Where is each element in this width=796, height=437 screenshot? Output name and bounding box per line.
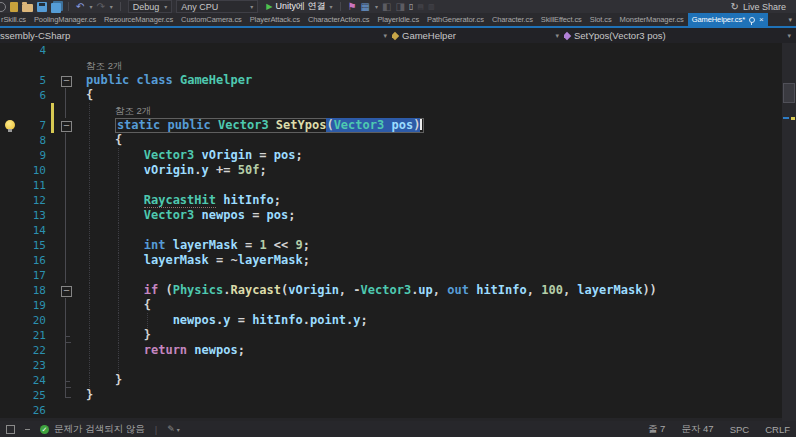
outlining-margin[interactable] bbox=[58, 58, 74, 73]
code-line[interactable]: 5–public class GameHelper bbox=[0, 73, 796, 88]
bookmark-icon[interactable]: ▯ bbox=[409, 1, 413, 12]
glyph-margin[interactable] bbox=[0, 208, 20, 223]
outlining-margin[interactable] bbox=[58, 148, 74, 163]
glyph-margin[interactable] bbox=[0, 223, 20, 238]
cursor-column-indicator[interactable]: 문자 47 bbox=[681, 423, 713, 436]
code-line[interactable]: 15int layerMask = 1 << 9; bbox=[0, 238, 796, 253]
undo-icon[interactable]: ↶ bbox=[76, 1, 84, 12]
code-text[interactable]: static public Vector3 SetYpos(Vector3 po… bbox=[74, 118, 796, 133]
grid-icon[interactable]: ▦ bbox=[361, 1, 370, 12]
code-line[interactable]: 12RaycastHit hitInfo; bbox=[0, 193, 796, 208]
tab-slot-cs[interactable]: Slot.cs bbox=[586, 13, 616, 26]
collapse-region-icon[interactable]: – bbox=[61, 286, 72, 297]
code-line[interactable]: 13Vector3 newpos = pos; bbox=[0, 208, 796, 223]
codelens-references[interactable]: 참조 2개 bbox=[115, 103, 151, 118]
code-line[interactable]: 24} bbox=[0, 373, 796, 388]
code-text[interactable]: layerMask = ~layerMask; bbox=[74, 253, 796, 268]
code-text[interactable]: Vector3 newpos = pos; bbox=[74, 208, 796, 223]
glyph-margin[interactable] bbox=[0, 88, 20, 103]
tab-customcamera-cs[interactable]: CustomCamera.cs bbox=[177, 13, 246, 26]
chevron-down-icon[interactable]: ▾ bbox=[375, 3, 378, 10]
outlining-margin[interactable] bbox=[58, 223, 74, 238]
code-text[interactable]: public class GameHelper bbox=[74, 73, 796, 88]
tab-monstermanager-cs[interactable]: MonsterManager.cs bbox=[616, 13, 688, 26]
glyph-margin[interactable] bbox=[0, 118, 20, 133]
tab-list-chevron-icon[interactable]: ▾ bbox=[784, 13, 796, 26]
code-line[interactable]: 25} bbox=[0, 388, 796, 403]
tab-gamehelper-cs-[interactable]: GameHelper.cs*× bbox=[688, 13, 768, 26]
code-text[interactable] bbox=[74, 43, 796, 58]
code-line[interactable]: 17 bbox=[0, 268, 796, 283]
solution-platform-dropdown[interactable]: Any CPU ▾ bbox=[176, 0, 258, 13]
outlining-margin[interactable] bbox=[58, 298, 74, 313]
code-text[interactable]: } bbox=[74, 328, 796, 343]
outlining-margin[interactable] bbox=[58, 403, 74, 418]
code-line[interactable]: 11 bbox=[0, 178, 796, 193]
outlining-margin[interactable] bbox=[58, 358, 74, 373]
code-text[interactable]: newpos.y = hitInfo.point.y; bbox=[74, 313, 796, 328]
code-line[interactable]: 7–static public Vector3 SetYpos(Vector3 … bbox=[0, 118, 796, 133]
code-line[interactable]: 16layerMask = ~layerMask; bbox=[0, 253, 796, 268]
glyph-margin[interactable] bbox=[0, 358, 20, 373]
tab-playerattack-cs[interactable]: PlayerAttack.cs bbox=[246, 13, 304, 26]
glyph-margin[interactable] bbox=[0, 73, 20, 88]
tab-poolingmanager-cs[interactable]: PoolingManager.cs bbox=[30, 13, 100, 26]
outlining-margin[interactable] bbox=[58, 268, 74, 283]
glyph-margin[interactable] bbox=[0, 193, 20, 208]
code-line[interactable]: 6{ bbox=[0, 88, 796, 103]
type-dropdown[interactable]: GameHelper ▾ bbox=[392, 28, 564, 43]
glyph-margin[interactable] bbox=[0, 313, 20, 328]
vertical-scrollbar[interactable] bbox=[782, 43, 796, 421]
outlining-margin[interactable] bbox=[58, 343, 74, 358]
code-text[interactable] bbox=[74, 178, 796, 193]
glyph-margin[interactable] bbox=[0, 163, 20, 178]
code-line[interactable]: 4 bbox=[0, 43, 796, 58]
glyph-margin[interactable] bbox=[0, 373, 20, 388]
code-line[interactable]: 10vOrigin.y += 50f; bbox=[0, 163, 796, 178]
glyph-margin[interactable] bbox=[0, 148, 20, 163]
code-text[interactable]: Vector3 vOrigin = pos; bbox=[74, 148, 796, 163]
save-icon[interactable] bbox=[37, 2, 47, 12]
tab-pathgenerator-cs[interactable]: PathGenerator.cs bbox=[423, 13, 488, 26]
outlining-margin[interactable] bbox=[58, 43, 74, 58]
code-line[interactable]: 9Vector3 vOrigin = pos; bbox=[0, 148, 796, 163]
glyph-margin[interactable] bbox=[0, 103, 20, 118]
redo-icon[interactable]: ↷ bbox=[96, 1, 104, 12]
glyph-margin[interactable] bbox=[0, 343, 20, 358]
glyph-margin[interactable] bbox=[0, 298, 20, 313]
glyph-margin[interactable] bbox=[0, 43, 20, 58]
attach-to-unity-button[interactable]: ▶ Unity에 연결 ▾ bbox=[266, 0, 332, 13]
glyph-margin[interactable] bbox=[0, 328, 20, 343]
outlining-margin[interactable] bbox=[58, 133, 74, 148]
flag-icon[interactable]: ⚑ bbox=[348, 1, 357, 12]
close-icon[interactable]: × bbox=[759, 16, 764, 24]
code-text[interactable]: int layerMask = 1 << 9; bbox=[74, 238, 796, 253]
outlining-margin[interactable] bbox=[58, 373, 74, 388]
cursor-line-indicator[interactable]: 줄 7 bbox=[648, 423, 665, 436]
debug-configuration-dropdown[interactable]: Debug ▾ bbox=[128, 0, 173, 13]
outlining-margin[interactable] bbox=[58, 208, 74, 223]
tab-playeridle-cs[interactable]: PlayerIdle.cs bbox=[373, 13, 423, 26]
tab-skilleffect-cs[interactable]: SkillEffect.cs bbox=[537, 13, 586, 26]
outlining-margin[interactable] bbox=[58, 253, 74, 268]
restore-layout-icon[interactable] bbox=[6, 425, 15, 434]
code-line[interactable]: 22return newpos; bbox=[0, 343, 796, 358]
outlining-margin[interactable] bbox=[58, 178, 74, 193]
outlining-margin[interactable] bbox=[58, 328, 74, 343]
code-line[interactable]: 21} bbox=[0, 328, 796, 343]
outlining-margin[interactable] bbox=[58, 388, 74, 403]
glyph-margin[interactable] bbox=[0, 283, 20, 298]
code-line[interactable]: 14 bbox=[0, 223, 796, 238]
undo-dropdown-icon[interactable]: ▾ bbox=[89, 3, 92, 10]
tab-rskill-cs[interactable]: rSkill.cs bbox=[0, 13, 30, 26]
nav-circle-icon[interactable] bbox=[0, 2, 6, 12]
outlining-margin[interactable] bbox=[58, 103, 74, 118]
outlining-margin[interactable]: – bbox=[58, 118, 74, 133]
outlining-margin[interactable]: – bbox=[58, 73, 74, 88]
box-right-icon[interactable]: ◨ bbox=[395, 1, 404, 12]
pin-icon[interactable] bbox=[749, 17, 755, 23]
new-file-icon[interactable] bbox=[10, 2, 18, 12]
code-line[interactable]: 8{ bbox=[0, 133, 796, 148]
glyph-margin[interactable] bbox=[0, 133, 20, 148]
tab-resourcemanager-cs[interactable]: ResourceManager.cs bbox=[100, 13, 177, 26]
